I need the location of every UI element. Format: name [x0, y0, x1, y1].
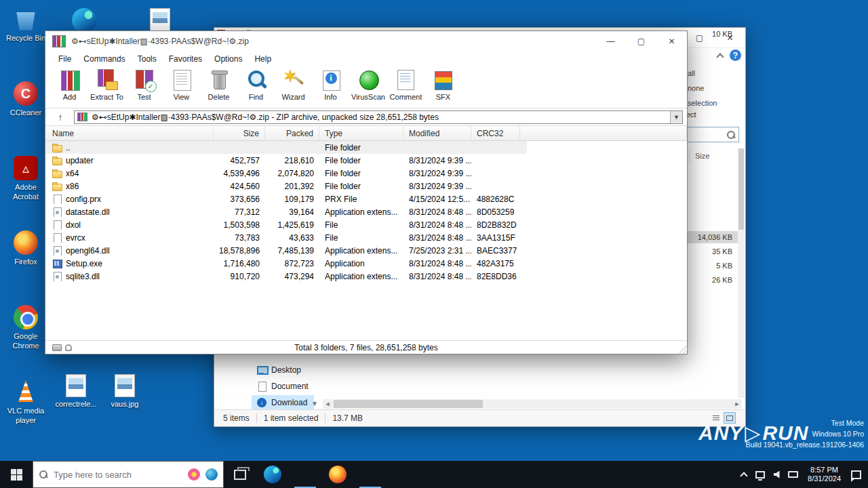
file-row[interactable]: opengl64.dll 18,578,896 7,485,139 Applic…	[45, 244, 687, 257]
menu-item[interactable]: Tools	[132, 53, 163, 65]
file-row[interactable]: x64 4,539,496 2,074,820 File folder 8/31…	[45, 167, 687, 180]
column-header-type[interactable]: Type	[319, 126, 403, 140]
sidebar-item-label: Desktop	[271, 365, 301, 375]
file-size: 910,720	[214, 272, 265, 281]
file-row[interactable]: config.prx 373,656 109,179 PRX File 4/15…	[45, 192, 687, 205]
file-size-value[interactable]: 10 KB	[688, 28, 739, 40]
chevron-down-icon[interactable]: ▼	[670, 111, 682, 123]
winrar-titlebar[interactable]: ⚙⊷sEtUp✱Intaller▨·4393·PAAs$W@Rd~!⚙.zip …	[45, 31, 687, 52]
file-size: 452,757	[214, 156, 265, 165]
taskbar-app-button[interactable]	[354, 461, 387, 488]
scrollbar-thumb[interactable]	[738, 148, 744, 230]
network-tray-button[interactable]	[752, 461, 768, 488]
file-size: 373,656	[214, 195, 265, 204]
desktop-shortcut[interactable]: Google Chrome	[1, 302, 50, 377]
volume-tray-button[interactable]	[768, 461, 785, 488]
toolbar-button[interactable]: Add	[51, 66, 88, 101]
action-center-button[interactable]	[848, 461, 864, 488]
hidden-icons-button[interactable]	[736, 461, 752, 488]
winrar-close-button[interactable]: ✕	[656, 32, 687, 52]
toolbar-button[interactable]: Test	[125, 66, 163, 101]
menu-item[interactable]: File	[52, 53, 77, 65]
toolbar-button-label: Wizard	[281, 93, 304, 101]
desktop-shortcut-icon	[66, 374, 86, 397]
taskbar-app-icon	[264, 466, 281, 483]
taskbar-app-button[interactable]	[289, 461, 321, 488]
file-row[interactable]: x86 424,560 201,392 File folder 8/31/202…	[45, 180, 687, 192]
file-row[interactable]: evrcx 73,783 43,633 File 8/31/2024 8:48 …	[45, 231, 687, 244]
sidebar-nav-item[interactable]: Desktop	[252, 363, 314, 377]
winrar-maximize-button[interactable]: ▢	[626, 32, 656, 52]
keyboard-tray-button[interactable]	[785, 461, 801, 488]
file-row[interactable]: sqlite3.dll 910,720 473,294 Application …	[45, 270, 687, 283]
column-header-packed[interactable]: Packed	[265, 126, 319, 140]
taskbar-app-button[interactable]	[321, 461, 354, 488]
toolbar-button[interactable]: Wizard	[275, 66, 312, 101]
taskbar-clock[interactable]: 8:57 PM 8/31/2024	[801, 466, 848, 483]
file-row[interactable]: Setup.exe 1,716,480 872,723 Application …	[45, 257, 687, 270]
toolbar-button[interactable]: Comment	[387, 66, 425, 101]
explorer-vertical-scrollbar[interactable]	[738, 148, 745, 398]
scrollbar-track[interactable]	[332, 399, 732, 409]
file-size-value[interactable]: 14,036 KB	[688, 231, 739, 243]
toolbar-button[interactable]: VirusScan	[349, 66, 387, 101]
desktop-shortcut[interactable]: Adobe Acrobat	[1, 153, 50, 228]
file-packed: 39,164	[265, 207, 319, 217]
desktop-shortcut[interactable]: CCleaner	[1, 79, 50, 153]
taskbar-app-button[interactable]	[256, 461, 289, 488]
scroll-right-icon[interactable]: ►	[732, 399, 742, 409]
sidebar-nav-item[interactable]: Download	[252, 395, 314, 409]
desktop-shortcut[interactable]: vaus.jpg	[100, 371, 149, 432]
menu-item[interactable]: Options	[208, 53, 248, 65]
sidebar-scroll-down-icon[interactable]: ▼	[310, 399, 319, 408]
file-row[interactable]: datastate.dll 77,312 39,164 Application …	[45, 205, 687, 218]
column-header-crc32[interactable]: CRC32	[471, 126, 520, 140]
toolbar-button-icon	[132, 68, 157, 92]
explorer-horizontal-scrollbar[interactable]: ◄ ►	[323, 399, 742, 409]
menu-item[interactable]: Help	[248, 53, 277, 65]
toolbar-button-label: Find	[249, 93, 263, 101]
file-row[interactable]: dxol 1,503,598 1,425,619 File 8/31/2024 …	[45, 218, 687, 231]
menu-item[interactable]: Commands	[77, 53, 131, 65]
archive-path-combobox[interactable]: ⚙⊷sEtUp✱Intaller▨·4393·PAAs$W@Rd~!⚙.zip …	[74, 110, 683, 124]
toolbar-button[interactable]: Info	[312, 66, 349, 101]
file-crc32: 3AA1315F	[471, 233, 520, 243]
search-highlight-globe-icon[interactable]	[205, 468, 218, 481]
sandbox-info-line: Windows 10 Pro	[745, 428, 864, 439]
winrar-minimize-button[interactable]: —	[595, 32, 626, 52]
toolbar-button[interactable]: SFX	[425, 66, 462, 101]
column-header-name[interactable]: Name	[45, 126, 214, 140]
file-size-value[interactable]: 26 KB	[688, 274, 739, 286]
toolbar-button[interactable]: Find	[237, 66, 275, 101]
scroll-left-icon[interactable]: ◄	[323, 399, 332, 409]
desktop-shortcut[interactable]: Firefox	[1, 228, 50, 302]
file-row[interactable]: .. File folder	[45, 141, 687, 154]
clock-time: 8:57 PM	[808, 466, 841, 474]
column-header-modified[interactable]: Modified	[403, 126, 471, 140]
toolbar-button[interactable]: Extract To	[88, 66, 125, 101]
toolbar-button[interactable]: View	[163, 66, 200, 101]
sandbox-info: Test Mode Windows 10 Pro Build 19041.vb_…	[745, 418, 864, 450]
winrar-app-icon	[52, 35, 66, 47]
file-size-value[interactable]: 5 KB	[688, 260, 739, 272]
toolbar-button-icon	[319, 68, 343, 92]
speaker-icon	[774, 471, 780, 479]
search-highlight-flower-icon[interactable]	[188, 468, 200, 481]
toolbar-button[interactable]: Delete	[200, 66, 237, 101]
desktop-shortcut[interactable]: Recycle Bin	[1, 4, 50, 79]
task-view-button[interactable]	[224, 461, 256, 488]
desktop-shortcut[interactable]: VLC media player	[1, 377, 50, 451]
file-name: dxol	[66, 220, 81, 230]
start-button[interactable]	[0, 461, 33, 488]
file-size-value[interactable]: 35 KB	[688, 245, 739, 258]
file-row[interactable]: updater 452,757 218,610 File folder 8/31…	[45, 154, 687, 167]
menu-item[interactable]: Favorites	[163, 53, 208, 65]
search-input[interactable]	[54, 470, 182, 480]
toolbar-button-label: Comment	[390, 93, 422, 101]
sidebar-nav-item[interactable]: Document	[252, 379, 314, 393]
desktop-shortcut[interactable]: correctrele...	[52, 371, 100, 432]
scrollbar-thumb[interactable]	[334, 400, 483, 408]
column-header-size[interactable]: Size	[214, 126, 265, 140]
up-one-level-icon[interactable]: ↑	[52, 110, 68, 124]
taskbar-search[interactable]	[33, 461, 224, 488]
